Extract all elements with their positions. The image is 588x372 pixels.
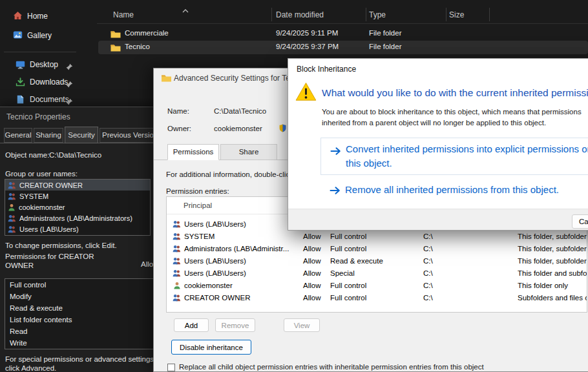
list-item-creator-owner[interactable]: CREATOR OWNER xyxy=(5,180,150,191)
advanced-hint-line2: click Advanced. xyxy=(5,364,56,372)
entry-access: Special xyxy=(330,269,355,277)
entry-type: Allow xyxy=(303,245,320,253)
entry-principal: CREATOR OWNER xyxy=(184,294,250,302)
folder-icon xyxy=(110,43,121,55)
desktop-icon xyxy=(16,60,25,72)
sidebar-item-desktop[interactable]: Desktop xyxy=(3,57,81,74)
list-item-cookiemonster[interactable]: cookiemonster xyxy=(5,202,150,212)
permission-entry-row[interactable]: CREATOR OWNER Allow Full control C:\ Sub… xyxy=(167,292,586,304)
screen: Home Gallery Desktop xyxy=(0,0,588,372)
entry-type: Allow xyxy=(303,269,320,277)
block-inheritance-dialog: Block Inheritance What would you like to… xyxy=(288,58,588,231)
arrow-right-icon xyxy=(330,186,341,198)
pin-icon xyxy=(66,61,73,73)
column-separator xyxy=(366,8,366,21)
block-dialog-title: Block Inheritance xyxy=(297,65,356,74)
list-item-administrators[interactable]: Administrators (LAB\Administrators) xyxy=(5,212,150,223)
entry-type: Allow xyxy=(303,232,320,240)
permission-label: Modify xyxy=(10,293,32,300)
entry-principal: Users (LAB\Users) xyxy=(184,257,246,265)
replace-child-permissions-checkbox[interactable] xyxy=(167,364,175,371)
sidebar-item-downloads[interactable]: Downloads xyxy=(3,74,81,91)
entry-principal: cookiemonster xyxy=(184,282,233,289)
permission-entries-label: Permission entries: xyxy=(166,187,229,195)
permission-label: List folder contents xyxy=(10,316,72,324)
tab-sharing[interactable]: Sharing xyxy=(34,128,63,143)
entry-type: Allow xyxy=(303,294,320,302)
cancel-button[interactable]: Cancel xyxy=(572,214,588,229)
home-icon xyxy=(13,11,23,23)
entry-applies-to: This folder and subfolders xyxy=(518,269,587,277)
file-type: File folder xyxy=(369,43,402,50)
permission-entry-row[interactable]: Administrators (LAB\Administr... Allow F… xyxy=(167,243,586,255)
sidebar-item-gallery[interactable]: Gallery xyxy=(3,28,81,45)
entry-type: Allow xyxy=(303,282,320,289)
group-icon xyxy=(173,257,181,266)
arrow-right-icon xyxy=(330,147,341,158)
entry-inherited-from: C:\ xyxy=(423,257,433,265)
column-separator xyxy=(271,8,272,21)
entry-access: Read & execute xyxy=(330,257,383,265)
sidebar-item-label: Documents xyxy=(30,95,69,104)
file-row-tecnico[interactable]: Tecnico 9/24/2025 9:37 PM File folder xyxy=(98,41,588,54)
file-date: 9/24/2025 9:11 PM xyxy=(276,29,338,37)
permission-entry-row[interactable]: SYSTEM Allow Full control C:\ This folde… xyxy=(167,231,586,243)
entry-principal: SYSTEM xyxy=(184,232,215,240)
remove-permissions-label: Remove all inherited permissions from th… xyxy=(345,184,559,195)
header-underline xyxy=(97,23,588,24)
group-icon xyxy=(173,294,181,303)
folder-icon xyxy=(110,30,121,41)
permission-entry-row[interactable]: cookiemonster Allow Full control C:\ Thi… xyxy=(167,280,586,292)
owner-label: Owner: xyxy=(167,125,191,132)
group-icon xyxy=(8,192,16,200)
group-icon xyxy=(173,232,181,242)
entry-inherited-from: C:\ xyxy=(423,269,433,277)
entry-type: Allow xyxy=(303,257,320,265)
entry-principal: Users (LAB\Users) xyxy=(184,220,246,228)
list-item-label: CREATOR OWNER xyxy=(19,181,83,189)
convert-permissions-label-line2: this object. xyxy=(346,158,392,169)
convert-permissions-command-link[interactable]: Convert inherited permissions into expli… xyxy=(320,138,588,175)
block-dialog-heading: What would you like to do with the curre… xyxy=(322,87,588,99)
tab-label: Permissions xyxy=(173,148,214,156)
list-item-label: Users (LAB\Users) xyxy=(19,225,79,233)
block-dialog-footer: Cancel xyxy=(288,209,588,231)
user-icon xyxy=(173,282,181,291)
documents-icon xyxy=(16,95,25,107)
tab-security[interactable]: Security xyxy=(65,127,98,143)
list-item-system[interactable]: SYSTEM xyxy=(5,191,150,202)
tab-label: General xyxy=(5,131,32,139)
folder-icon xyxy=(161,74,172,85)
file-row-commerciale[interactable]: Commerciale 9/24/2025 9:11 PM File folde… xyxy=(98,27,588,41)
tab-general[interactable]: General xyxy=(4,128,32,143)
group-or-user-names-label: Group or user names: xyxy=(5,170,78,178)
permission-entry-row[interactable]: Users (LAB\Users) Allow Special C:\ This… xyxy=(167,267,586,280)
column-header-date-modified[interactable]: Date modified xyxy=(276,10,324,19)
properties-dialog-title: Tecnico Properties xyxy=(6,112,70,121)
disable-inheritance-button[interactable]: Disable inheritance xyxy=(171,340,251,355)
downloads-icon xyxy=(16,78,25,89)
list-item-users[interactable]: Users (LAB\Users) xyxy=(5,223,150,234)
permission-entry-row[interactable]: Users (LAB\Users) Allow Read & execute C… xyxy=(167,255,586,267)
column-header-size[interactable]: Size xyxy=(449,10,464,19)
column-header-name[interactable]: Name xyxy=(113,10,134,19)
group-icon xyxy=(8,214,16,222)
remove-button[interactable]: Remove xyxy=(215,318,255,332)
sidebar-item-label: Downloads xyxy=(30,78,68,87)
tab-label: Share xyxy=(239,148,259,156)
sort-ascending-icon xyxy=(182,4,189,16)
remove-permissions-command-link[interactable]: Remove all inherited permissions from th… xyxy=(320,183,588,201)
entry-applies-to: This folder, subfolders and files xyxy=(518,245,587,253)
tab-permissions[interactable]: Permissions xyxy=(167,144,219,160)
principal-column-header[interactable]: Principal xyxy=(184,202,212,209)
file-name: Commerciale xyxy=(125,29,169,37)
list-item-label: cookiemonster xyxy=(19,203,65,211)
tab-share[interactable]: Share xyxy=(220,144,277,160)
group-icon xyxy=(173,220,181,229)
sidebar-item-home[interactable]: Home xyxy=(3,8,81,25)
name-value: C:\Data\Tecnico xyxy=(214,107,266,115)
add-button[interactable]: Add xyxy=(174,318,209,332)
column-header-type[interactable]: Type xyxy=(369,10,386,19)
name-label: Name: xyxy=(167,107,189,115)
view-button[interactable]: View xyxy=(284,318,320,332)
